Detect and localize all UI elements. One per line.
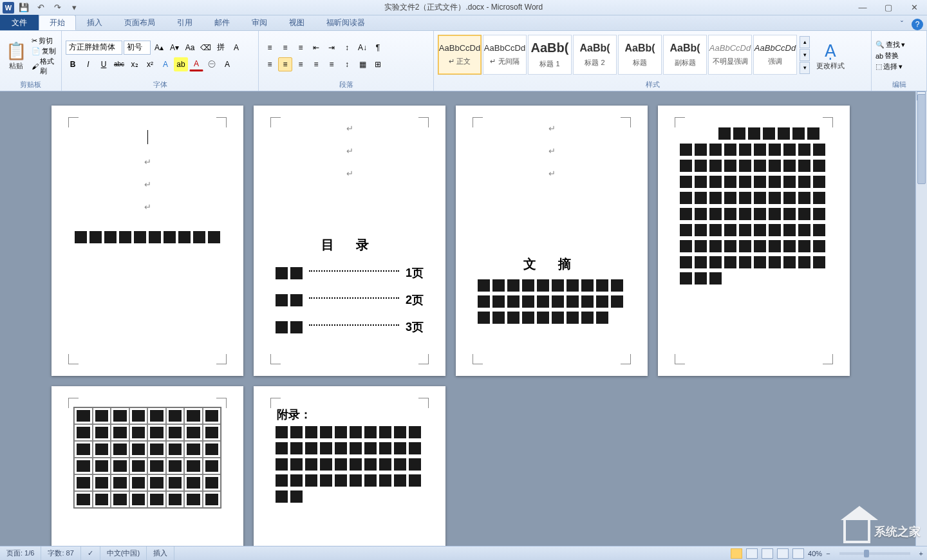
- view-outline[interactable]: [777, 548, 789, 559]
- paste-button[interactable]: 📋 粘贴: [4, 32, 29, 79]
- style-subtle-emphasis[interactable]: AaBbCcDd不明显强调: [708, 35, 752, 75]
- line-spacing[interactable]: ↕: [340, 57, 354, 71]
- page-5[interactable]: document.write(Array(48).fill('<div styl…: [52, 386, 243, 546]
- font-name-combo[interactable]: 方正胖娃简体: [66, 41, 122, 55]
- tab-home[interactable]: 开始: [39, 15, 76, 30]
- view-draft[interactable]: [792, 548, 804, 559]
- font-group-label: 字体: [62, 80, 258, 89]
- change-case[interactable]: Aa: [183, 41, 197, 55]
- ribbon-minimize[interactable]: ˇ: [896, 19, 908, 30]
- page-3[interactable]: ↵↵↵ 文 摘: [456, 106, 648, 376]
- phonetic-guide[interactable]: 拼: [214, 41, 228, 55]
- increase-indent[interactable]: ⇥: [324, 41, 339, 55]
- italic-button[interactable]: I: [81, 57, 95, 71]
- help-button[interactable]: ?: [912, 19, 923, 30]
- style-title[interactable]: AaBb(标题: [618, 35, 662, 75]
- styles-gallery[interactable]: AaBbCcDd↵ 正文 AaBbCcDd↵ 无间隔 AaBb(标题 1 AaB…: [438, 32, 810, 77]
- subscript-button[interactable]: x₂: [127, 57, 142, 71]
- zoom-slider[interactable]: [839, 552, 910, 555]
- page-6[interactable]: 附录：: [254, 386, 445, 546]
- asian-layout[interactable]: ↕: [340, 41, 354, 55]
- view-print-layout[interactable]: [731, 548, 742, 559]
- status-language[interactable]: 中文(中国): [100, 546, 147, 560]
- tab-references[interactable]: 引用: [166, 15, 203, 30]
- decrease-indent[interactable]: ⇤: [309, 41, 323, 55]
- replace-button[interactable]: ab 替换: [876, 51, 905, 61]
- bullets-button[interactable]: ≡: [263, 41, 277, 55]
- scroll-thumb[interactable]: [917, 94, 926, 184]
- style-nospacing[interactable]: AaBbCcDd↵ 无间隔: [483, 35, 527, 75]
- style-subtitle[interactable]: AaBb(副标题: [663, 35, 707, 75]
- close-button[interactable]: ✕: [901, 0, 927, 15]
- tab-foxit[interactable]: 福昕阅读器: [315, 15, 376, 30]
- tab-insert[interactable]: 插入: [76, 15, 113, 30]
- qat-undo[interactable]: ↶: [33, 1, 48, 14]
- text-effects[interactable]: A: [158, 57, 173, 71]
- style-scroll[interactable]: ▴▾▾: [800, 36, 810, 74]
- style-heading2[interactable]: AaBb(标题 2: [573, 35, 617, 75]
- underline-button[interactable]: U: [97, 57, 111, 71]
- tab-view[interactable]: 视图: [278, 15, 315, 30]
- document-area[interactable]: ↵↵↵ ↵↵↵ 目 录 1页 2页 3页 ↵↵↵ 文 摘: [0, 91, 927, 546]
- superscript-button[interactable]: x²: [143, 57, 157, 71]
- copy-button[interactable]: 📄 复制: [32, 46, 57, 56]
- shrink-font[interactable]: A▾: [167, 41, 182, 55]
- qat-save[interactable]: 💾: [17, 1, 31, 14]
- shading-button[interactable]: ▦: [355, 57, 370, 71]
- enclose-chars[interactable]: ㊀: [205, 57, 219, 71]
- char-shading[interactable]: A: [220, 57, 234, 71]
- align-center[interactable]: ≡: [278, 57, 292, 71]
- page-1[interactable]: ↵↵↵: [52, 106, 243, 376]
- status-words[interactable]: 字数: 87: [41, 546, 80, 560]
- maximize-button[interactable]: ▢: [876, 0, 901, 15]
- sort-button[interactable]: A↓: [355, 41, 370, 55]
- grow-font[interactable]: A▴: [152, 41, 166, 55]
- char-border[interactable]: A: [229, 41, 243, 55]
- font-size-combo[interactable]: 初号: [124, 41, 151, 55]
- zoom-in[interactable]: +: [919, 550, 923, 557]
- highlight-button[interactable]: ab: [174, 57, 188, 71]
- change-styles-button[interactable]: Ạ 更改样式: [812, 32, 848, 79]
- painter-button[interactable]: 🖌 格式刷: [32, 57, 57, 76]
- style-normal[interactable]: AaBbCcDd↵ 正文: [438, 35, 482, 75]
- select-button[interactable]: ⬚ 选择 ▾: [876, 62, 905, 71]
- vertical-scrollbar[interactable]: [915, 91, 927, 546]
- align-right[interactable]: ≡: [294, 57, 308, 71]
- style-emphasis[interactable]: AaBbCcDd强调: [753, 35, 797, 75]
- page-4[interactable]: [658, 106, 850, 376]
- ribbon: 📋 粘贴 ✂ 剪切 📄 复制 🖌 格式刷 剪贴板 方正胖娃简体 初号 A▴ A▾…: [0, 31, 927, 91]
- clear-format[interactable]: ⌫: [198, 41, 212, 55]
- find-button[interactable]: 🔍 查找 ▾: [876, 40, 905, 50]
- status-insert[interactable]: 插入: [147, 546, 174, 560]
- cut-button[interactable]: ✂ 剪切: [32, 36, 57, 46]
- file-tab[interactable]: 文件: [0, 15, 39, 30]
- bold-button[interactable]: B: [66, 57, 80, 71]
- align-justify[interactable]: ≡: [309, 57, 323, 71]
- styles-group-label: 样式: [434, 80, 871, 89]
- tab-layout[interactable]: 页面布局: [113, 15, 166, 30]
- clipboard-group-label: 剪贴板: [0, 80, 61, 89]
- align-distributed[interactable]: ≡: [324, 57, 339, 71]
- view-web[interactable]: [762, 548, 773, 559]
- strike-button[interactable]: abc: [112, 57, 126, 71]
- qat-redo[interactable]: ↷: [50, 1, 64, 14]
- zoom-level[interactable]: 40%: [808, 550, 822, 557]
- qat-more[interactable]: ▾: [67, 1, 81, 14]
- minimize-button[interactable]: —: [850, 0, 876, 15]
- borders-button[interactable]: ⊞: [371, 57, 385, 71]
- zoom-out[interactable]: −: [826, 550, 830, 557]
- page-2[interactable]: ↵↵↵ 目 录 1页 2页 3页: [254, 106, 445, 376]
- view-fullscreen[interactable]: [746, 548, 758, 559]
- status-proof[interactable]: ✓: [81, 546, 100, 560]
- tab-review[interactable]: 审阅: [241, 15, 278, 30]
- toc-entry-2: 2页: [276, 292, 424, 308]
- tab-mailings[interactable]: 邮件: [203, 15, 241, 30]
- status-bar: 页面: 1/6 字数: 87 ✓ 中文(中国) 插入 40% − +: [0, 546, 927, 560]
- font-color[interactable]: A: [189, 57, 203, 71]
- multilevel-button[interactable]: ≡: [294, 41, 308, 55]
- status-page[interactable]: 页面: 1/6: [0, 546, 41, 560]
- align-left[interactable]: ≡: [263, 57, 277, 71]
- style-heading1[interactable]: AaBb(标题 1: [528, 35, 572, 75]
- numbering-button[interactable]: ≡: [278, 41, 292, 55]
- show-marks[interactable]: ¶: [371, 41, 385, 55]
